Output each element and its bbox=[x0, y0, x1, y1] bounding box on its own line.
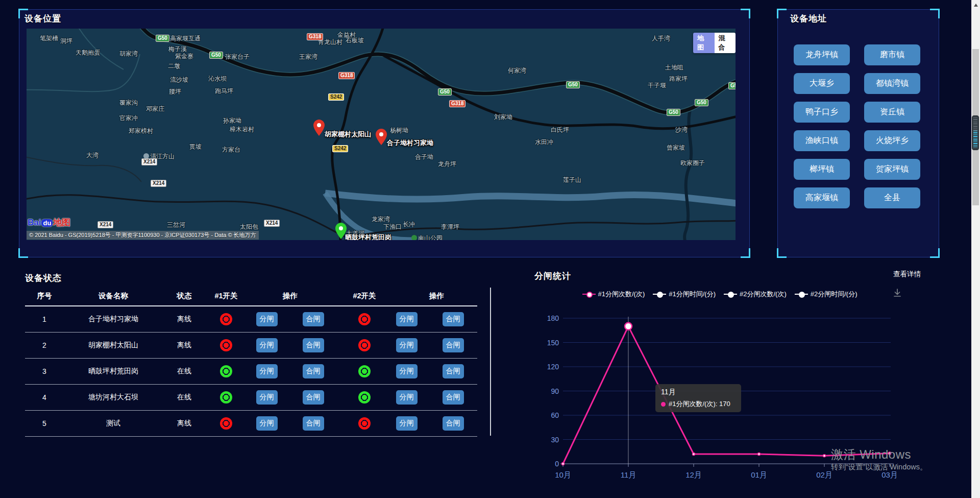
map-type-hybrid-button[interactable]: 混合 bbox=[715, 33, 736, 53]
view-details-link[interactable]: 查看详情 bbox=[893, 270, 921, 279]
map-place-label: 邓家庄 bbox=[146, 105, 164, 113]
open-switch-button-2[interactable]: 分闸 bbox=[396, 364, 418, 378]
close-switch-button-2[interactable]: 合闸 bbox=[443, 338, 464, 352]
svg-text:180: 180 bbox=[547, 314, 559, 322]
device-status: 在线 bbox=[163, 367, 206, 376]
open-switch-button-1[interactable]: 分闸 bbox=[256, 338, 278, 352]
legend-item-2[interactable]: #1分闸时间/(分) bbox=[653, 290, 716, 299]
map-pin-red[interactable] bbox=[313, 120, 325, 136]
road-badge: S242 bbox=[332, 145, 348, 152]
map-place-label: 合子坳 bbox=[415, 153, 433, 161]
legend-label: #2分闸时间/(分) bbox=[811, 290, 857, 299]
close-switch-button-2[interactable]: 合闸 bbox=[443, 312, 464, 326]
close-switch-button-1[interactable]: 合闸 bbox=[303, 364, 324, 378]
svg-text:12月: 12月 bbox=[685, 470, 702, 479]
tooltip-series-dot bbox=[661, 402, 666, 407]
map-place-label: 流沙坡 bbox=[170, 76, 188, 84]
address-button-1[interactable]: 龙舟坪镇 bbox=[794, 44, 850, 65]
map-place-label: 沙湾 bbox=[675, 126, 688, 134]
map-pin-label: 合子坳村习家坳 bbox=[387, 138, 433, 148]
address-button-3[interactable]: 大堰乡 bbox=[794, 73, 850, 94]
map-type-map-button[interactable]: 地图 bbox=[693, 33, 715, 53]
address-button-7[interactable]: 渔峡口镇 bbox=[794, 130, 850, 151]
row-index: 5 bbox=[25, 419, 64, 428]
map-place-label: 张家台子 bbox=[225, 53, 250, 61]
map-place-label: 莲子山 bbox=[563, 176, 581, 184]
legend-marker bbox=[795, 292, 808, 297]
address-button-2[interactable]: 磨市镇 bbox=[864, 44, 920, 65]
close-switch-button-2[interactable]: 合闸 bbox=[443, 364, 464, 378]
road-badge: G50 bbox=[209, 52, 223, 59]
legend-item-3[interactable]: #2分闸次数/(次) bbox=[724, 290, 787, 299]
address-button-6[interactable]: 资丘镇 bbox=[864, 102, 920, 123]
map-place-label: 二墩 bbox=[168, 62, 180, 70]
close-switch-button-1[interactable]: 合闸 bbox=[303, 390, 324, 405]
map-place-label: 干子堰 bbox=[648, 81, 666, 90]
svg-text:0: 0 bbox=[555, 460, 559, 468]
road-badge: G50 bbox=[695, 99, 708, 106]
map-place-label: 胡家湾 bbox=[119, 50, 138, 58]
map-place-label: 笔架槽 bbox=[40, 34, 58, 43]
legend-item-4[interactable]: #2分闸时间/(分) bbox=[795, 290, 857, 299]
legend-item-1[interactable]: #1分闸次数/(次) bbox=[582, 290, 645, 299]
map-place-label: 杨树坳 bbox=[390, 126, 408, 135]
baidu-map-canvas[interactable]: 笔架槽洞坪高家堰互通梅子溪天鹅抱蛋胡家湾紫金寨张家台子二墩流沙坡沁水坝腰坪跑马坪… bbox=[27, 29, 736, 240]
legend-label: #1分闸次数/(次) bbox=[598, 290, 645, 299]
column-header: 状态 bbox=[163, 291, 206, 301]
corner-decoration bbox=[741, 248, 750, 258]
address-button-11[interactable]: 高家堰镇 bbox=[794, 187, 850, 208]
corner-decoration bbox=[777, 248, 787, 258]
map-pin-red[interactable] bbox=[376, 129, 387, 145]
map-copyright: © 2021 Baidu - GS(2019)5218号 - 甲测资字11009… bbox=[27, 231, 259, 240]
dashboard: 设备位置 bbox=[0, 0, 980, 498]
address-button-12[interactable]: 全县 bbox=[864, 187, 920, 208]
device-status: 离线 bbox=[163, 341, 206, 350]
address-button-5[interactable]: 鸭子口乡 bbox=[794, 102, 850, 123]
map-place-label: 方家台 bbox=[222, 146, 240, 154]
road-badge: G318 bbox=[338, 72, 355, 79]
scrollbar-up-arrow[interactable] bbox=[974, 4, 978, 7]
table-row: 2胡家棚村太阳山离线分闸合闸分闸合闸 bbox=[25, 333, 477, 359]
close-switch-button-1[interactable]: 合闸 bbox=[303, 416, 324, 431]
road-badge: X214 bbox=[97, 221, 113, 228]
open-switch-button-1[interactable]: 分闸 bbox=[256, 312, 278, 326]
map-place-label: 太阳包 bbox=[240, 223, 258, 231]
tooltip-title: 11月 bbox=[661, 388, 736, 397]
open-switch-button-2[interactable]: 分闸 bbox=[396, 338, 418, 352]
map-type-control: 地图 混合 bbox=[693, 33, 736, 53]
map-place-label: 石板坡 bbox=[346, 36, 364, 45]
table-scrollbar[interactable] bbox=[490, 288, 491, 436]
map-place-label: 沁水坝 bbox=[208, 75, 227, 83]
map-place-label: 贯坡 bbox=[189, 143, 202, 151]
device-name: 合子坳村习家坳 bbox=[64, 315, 163, 324]
close-switch-button-1[interactable]: 合闸 bbox=[303, 312, 324, 326]
custom-scrollbar-thumb[interactable] bbox=[972, 115, 979, 150]
open-switch-button-2[interactable]: 分闸 bbox=[396, 416, 418, 431]
address-button-4[interactable]: 都镇湾镇 bbox=[864, 73, 920, 94]
map-place-label: 覆家沟 bbox=[119, 99, 138, 107]
open-switch-button-1[interactable]: 分闸 bbox=[256, 390, 278, 405]
close-switch-button-2[interactable]: 合闸 bbox=[443, 416, 464, 431]
close-switch-button-2[interactable]: 合闸 bbox=[443, 390, 464, 405]
svg-text:120: 120 bbox=[547, 363, 559, 371]
road-badge: G50 bbox=[566, 81, 580, 88]
download-icon[interactable] bbox=[892, 288, 902, 300]
corner-decoration bbox=[741, 9, 750, 18]
open-switch-button-2[interactable]: 分闸 bbox=[396, 312, 418, 326]
address-button-8[interactable]: 火烧坪乡 bbox=[864, 130, 920, 151]
page-title-device-location: 设备位置 bbox=[24, 13, 61, 25]
corner-decoration bbox=[18, 248, 28, 258]
open-switch-button-1[interactable]: 分闸 bbox=[256, 416, 278, 431]
row-index: 4 bbox=[25, 393, 64, 401]
address-button-10[interactable]: 贺家坪镇 bbox=[864, 159, 920, 180]
map-place-label: 长冲 bbox=[403, 220, 415, 229]
open-switch-button-2[interactable]: 分闸 bbox=[396, 390, 418, 405]
close-switch-button-1[interactable]: 合闸 bbox=[303, 338, 324, 352]
baidu-logo: Baidu地图 bbox=[28, 217, 70, 228]
svg-text:11月: 11月 bbox=[621, 470, 636, 479]
baidu-logo-map-text: 地图 bbox=[53, 218, 70, 227]
address-button-9[interactable]: 榔坪镇 bbox=[794, 159, 850, 180]
map-place-label: 水田冲 bbox=[535, 138, 553, 147]
open-switch-button-1[interactable]: 分闸 bbox=[256, 364, 278, 378]
page-title-stats: 分闸统计 bbox=[534, 270, 571, 282]
